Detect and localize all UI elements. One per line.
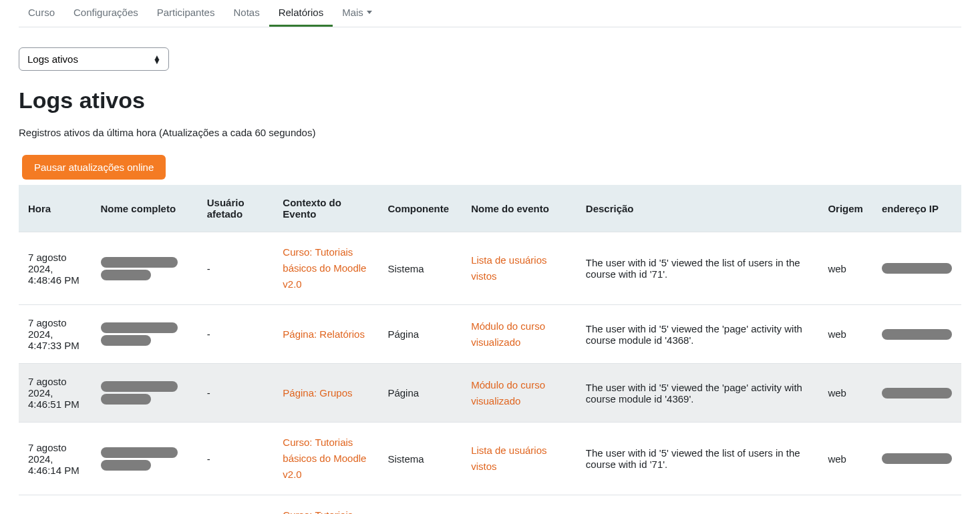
logs-table: Hora Nome completo Usuário afetado Conte… bbox=[19, 185, 961, 514]
redacted-pill bbox=[882, 329, 952, 340]
th-nome-completo: Nome completo bbox=[92, 185, 198, 232]
tab-mais-label: Mais bbox=[342, 7, 363, 18]
cell-contexto: Curso: Tutoriais básicos do Moodle v2.0 bbox=[273, 232, 378, 305]
th-contexto: Contexto do Evento bbox=[273, 185, 378, 232]
th-descricao: Descrição bbox=[577, 185, 819, 232]
cell-nome-completo bbox=[92, 495, 198, 515]
table-header-row: Hora Nome completo Usuário afetado Conte… bbox=[19, 185, 961, 232]
cell-usuario-afetado: - bbox=[198, 423, 274, 495]
event-context-link[interactable]: Curso: Tutoriais básicos do Moodle v2.0 bbox=[283, 437, 366, 480]
event-context-link[interactable]: Curso: Tutoriais básicos do Moodle v2.0 bbox=[283, 509, 366, 514]
cell-nome-completo bbox=[92, 232, 198, 305]
pause-updates-button[interactable]: Pausar atualizações online bbox=[22, 155, 166, 180]
cell-contexto: Página: Relatórios bbox=[273, 305, 378, 364]
table-row: 7 agosto 2024, 4:47:33 PM-Página: Relató… bbox=[19, 305, 961, 364]
cell-ip bbox=[872, 495, 961, 515]
cell-nome-completo bbox=[92, 305, 198, 364]
event-context-link[interactable]: Página: Relatórios bbox=[283, 328, 365, 340]
event-context-link[interactable]: Curso: Tutoriais básicos do Moodle v2.0 bbox=[283, 246, 366, 290]
redacted-pill bbox=[101, 460, 151, 471]
event-context-link[interactable]: Página: Grupos bbox=[283, 387, 352, 399]
cell-hora: 7 agosto 2024, 4:47:33 PM bbox=[19, 305, 92, 364]
redacted-pill bbox=[101, 322, 178, 333]
course-nav-tabs: Curso Configurações Participantes Notas … bbox=[19, 0, 961, 27]
cell-origem: web bbox=[818, 232, 872, 305]
cell-origem: web bbox=[818, 495, 872, 515]
cell-hora: 7 agosto 2024, 4:46:06 PM bbox=[19, 495, 92, 515]
th-usuario-afetado: Usuário afetado bbox=[198, 185, 274, 232]
redacted-pill bbox=[101, 335, 151, 346]
cell-contexto: Curso: Tutoriais básicos do Moodle v2.0 bbox=[273, 495, 378, 515]
cell-ip bbox=[872, 232, 961, 305]
th-origem: Origem bbox=[818, 185, 872, 232]
page-subtitle: Registros ativos da última hora (Atualiz… bbox=[19, 127, 961, 138]
cell-descricao: The user with id '5' viewed the 'page' a… bbox=[577, 305, 819, 364]
cell-descricao: The user with id '5' viewed the 'page' a… bbox=[577, 364, 819, 423]
report-select[interactable]: Logs ativos bbox=[19, 47, 169, 71]
cell-componente: Página bbox=[378, 364, 462, 423]
tab-participantes[interactable]: Participantes bbox=[148, 0, 224, 27]
cell-nome-evento: Módulo do curso visualizado bbox=[462, 364, 577, 423]
cell-descricao: The user with id '5' viewed the grader r… bbox=[577, 495, 819, 515]
cell-componente: Sistema bbox=[378, 232, 462, 305]
cell-nome-completo bbox=[92, 364, 198, 423]
redacted-pill bbox=[882, 388, 952, 399]
cell-componente: Página bbox=[378, 305, 462, 364]
chevron-down-icon bbox=[367, 11, 372, 14]
tab-relatorios[interactable]: Relatórios bbox=[269, 0, 333, 27]
redacted-pill bbox=[101, 381, 178, 392]
cell-usuario-afetado: - bbox=[198, 495, 274, 515]
redacted-pill bbox=[882, 453, 952, 464]
redacted-pill bbox=[101, 447, 178, 458]
tab-curso[interactable]: Curso bbox=[19, 0, 64, 27]
cell-descricao: The user with id '5' viewed the list of … bbox=[577, 423, 819, 495]
cell-usuario-afetado: - bbox=[198, 232, 274, 305]
tab-notas[interactable]: Notas bbox=[224, 0, 269, 27]
cell-hora: 7 agosto 2024, 4:46:51 PM bbox=[19, 364, 92, 423]
cell-usuario-afetado: - bbox=[198, 305, 274, 364]
cell-usuario-afetado: - bbox=[198, 364, 274, 423]
event-name-link[interactable]: Lista de usuários vistos bbox=[471, 445, 546, 472]
th-ip: endereço IP bbox=[872, 185, 961, 232]
cell-ip bbox=[872, 423, 961, 495]
page-title: Logs ativos bbox=[19, 87, 961, 113]
redacted-pill bbox=[101, 257, 178, 268]
table-row: 7 agosto 2024, 4:46:51 PM-Página: Grupos… bbox=[19, 364, 961, 423]
table-row: 7 agosto 2024, 4:46:06 PM-Curso: Tutoria… bbox=[19, 495, 961, 515]
th-nome-evento: Nome do evento bbox=[462, 185, 577, 232]
cell-ip bbox=[872, 305, 961, 364]
redacted-pill bbox=[101, 270, 151, 280]
cell-nome-evento: Lista de usuários vistos bbox=[462, 232, 577, 305]
redacted-pill bbox=[101, 394, 151, 405]
cell-componente: Sistema bbox=[378, 423, 462, 495]
cell-origem: web bbox=[818, 305, 872, 364]
cell-ip bbox=[872, 364, 961, 423]
cell-hora: 7 agosto 2024, 4:46:14 PM bbox=[19, 423, 92, 495]
event-name-link[interactable]: Módulo do curso visualizado bbox=[471, 379, 545, 407]
tab-configuracoes[interactable]: Configurações bbox=[64, 0, 148, 27]
cell-contexto: Página: Grupos bbox=[273, 364, 378, 423]
cell-componente: Relatório de notas bbox=[378, 495, 462, 515]
event-name-link[interactable]: Módulo do curso visualizado bbox=[471, 320, 545, 348]
th-componente: Componente bbox=[378, 185, 462, 232]
cell-nome-evento: Relatório de notas visualizado bbox=[462, 495, 577, 515]
redacted-pill bbox=[882, 263, 952, 274]
tab-mais[interactable]: Mais bbox=[333, 0, 381, 27]
cell-nome-completo bbox=[92, 423, 198, 495]
cell-nome-evento: Lista de usuários vistos bbox=[462, 423, 577, 495]
report-select-wrapper: Logs ativos ▲▼ bbox=[19, 47, 961, 71]
cell-origem: web bbox=[818, 423, 872, 495]
cell-descricao: The user with id '5' viewed the list of … bbox=[577, 232, 819, 305]
cell-hora: 7 agosto 2024, 4:48:46 PM bbox=[19, 232, 92, 305]
event-name-link[interactable]: Lista de usuários vistos bbox=[471, 254, 546, 282]
cell-nome-evento: Módulo do curso visualizado bbox=[462, 305, 577, 364]
table-row: 7 agosto 2024, 4:46:14 PM-Curso: Tutoria… bbox=[19, 423, 961, 495]
cell-contexto: Curso: Tutoriais básicos do Moodle v2.0 bbox=[273, 423, 378, 495]
cell-origem: web bbox=[818, 364, 872, 423]
table-row: 7 agosto 2024, 4:48:46 PM-Curso: Tutoria… bbox=[19, 232, 961, 305]
th-hora: Hora bbox=[19, 185, 92, 232]
